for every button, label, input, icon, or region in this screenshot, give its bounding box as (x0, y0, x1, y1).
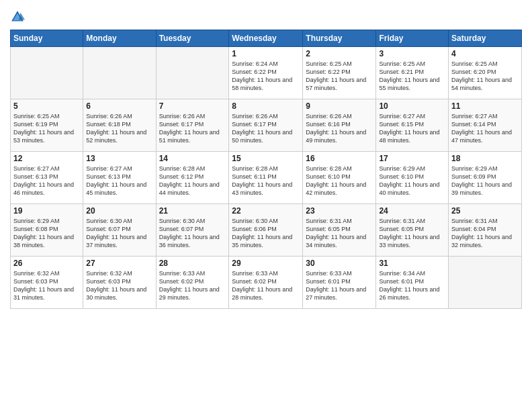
calendar-cell: 28 Sunrise: 6:33 AM Sunset: 6:02 PM Dayl… (156, 257, 229, 309)
calendar-week-row: 26 Sunrise: 6:32 AM Sunset: 6:03 PM Dayl… (11, 257, 522, 309)
day-info: Sunrise: 6:24 AM Sunset: 6:22 PM Dayligh… (232, 60, 300, 93)
day-info: Sunrise: 6:26 AM Sunset: 6:17 PM Dayligh… (232, 112, 300, 145)
calendar-cell: 22 Sunrise: 6:30 AM Sunset: 6:06 PM Dayl… (229, 204, 303, 257)
calendar-cell: 6 Sunrise: 6:26 AM Sunset: 6:18 PM Dayli… (83, 99, 156, 152)
day-number: 6 (86, 101, 152, 111)
day-number: 3 (379, 49, 445, 58)
day-info: Sunrise: 6:27 AM Sunset: 6:15 PM Dayligh… (379, 112, 445, 145)
day-number: 23 (306, 206, 373, 216)
day-number: 24 (379, 206, 445, 216)
day-info: Sunrise: 6:26 AM Sunset: 6:17 PM Dayligh… (159, 112, 226, 145)
calendar-cell (83, 47, 156, 99)
day-number: 13 (86, 154, 152, 163)
header (10, 7, 522, 24)
day-info: Sunrise: 6:28 AM Sunset: 6:12 PM Dayligh… (159, 165, 226, 197)
weekday-header-tuesday: Tuesday (156, 30, 229, 47)
day-info: Sunrise: 6:27 AM Sunset: 6:13 PM Dayligh… (13, 165, 80, 197)
day-number: 11 (451, 101, 519, 111)
calendar-cell: 19 Sunrise: 6:29 AM Sunset: 6:08 PM Dayl… (11, 204, 83, 257)
weekday-header-wednesday: Wednesday (229, 30, 303, 47)
day-info: Sunrise: 6:33 AM Sunset: 6:02 PM Dayligh… (232, 269, 300, 302)
calendar-cell: 10 Sunrise: 6:27 AM Sunset: 6:15 PM Dayl… (376, 99, 449, 152)
day-number: 28 (159, 259, 226, 268)
calendar-week-row: 1 Sunrise: 6:24 AM Sunset: 6:22 PM Dayli… (11, 47, 522, 99)
day-number: 17 (379, 154, 445, 163)
calendar-cell: 23 Sunrise: 6:31 AM Sunset: 6:05 PM Dayl… (303, 204, 376, 257)
calendar-cell: 25 Sunrise: 6:31 AM Sunset: 6:04 PM Dayl… (449, 204, 522, 257)
svg-marker-2 (19, 12, 25, 19)
weekday-header-thursday: Thursday (303, 30, 376, 47)
day-info: Sunrise: 6:31 AM Sunset: 6:04 PM Dayligh… (451, 217, 519, 250)
day-number: 7 (159, 101, 226, 111)
weekday-header-monday: Monday (83, 30, 156, 47)
day-number: 12 (13, 154, 80, 163)
day-number: 15 (232, 154, 300, 163)
day-info: Sunrise: 6:25 AM Sunset: 6:19 PM Dayligh… (13, 112, 80, 145)
calendar-table: SundayMondayTuesdayWednesdayThursdayFrid… (10, 30, 522, 309)
day-info: Sunrise: 6:32 AM Sunset: 6:03 PM Dayligh… (86, 269, 152, 302)
calendar-cell: 27 Sunrise: 6:32 AM Sunset: 6:03 PM Dayl… (83, 257, 156, 309)
logo (10, 9, 28, 24)
day-info: Sunrise: 6:33 AM Sunset: 6:02 PM Dayligh… (159, 269, 226, 302)
day-info: Sunrise: 6:30 AM Sunset: 6:07 PM Dayligh… (159, 217, 226, 250)
calendar-cell: 13 Sunrise: 6:27 AM Sunset: 6:13 PM Dayl… (83, 152, 156, 204)
day-info: Sunrise: 6:25 AM Sunset: 6:20 PM Dayligh… (451, 60, 519, 93)
calendar-cell: 12 Sunrise: 6:27 AM Sunset: 6:13 PM Dayl… (11, 152, 83, 204)
day-info: Sunrise: 6:26 AM Sunset: 6:16 PM Dayligh… (306, 112, 373, 145)
calendar-cell: 26 Sunrise: 6:32 AM Sunset: 6:03 PM Dayl… (11, 257, 83, 309)
day-number: 5 (13, 101, 80, 111)
calendar-week-row: 19 Sunrise: 6:29 AM Sunset: 6:08 PM Dayl… (11, 204, 522, 257)
calendar-cell: 24 Sunrise: 6:31 AM Sunset: 6:05 PM Dayl… (376, 204, 449, 257)
weekday-header-saturday: Saturday (449, 30, 522, 47)
day-info: Sunrise: 6:33 AM Sunset: 6:01 PM Dayligh… (306, 269, 373, 302)
weekday-header-friday: Friday (376, 30, 449, 47)
page: SundayMondayTuesdayWednesdayThursdayFrid… (0, 0, 532, 411)
day-number: 27 (86, 259, 152, 268)
calendar-cell: 17 Sunrise: 6:29 AM Sunset: 6:10 PM Dayl… (376, 152, 449, 204)
weekday-header-row: SundayMondayTuesdayWednesdayThursdayFrid… (11, 30, 522, 47)
day-info: Sunrise: 6:27 AM Sunset: 6:13 PM Dayligh… (86, 165, 152, 197)
day-number: 21 (159, 206, 226, 216)
calendar-week-row: 5 Sunrise: 6:25 AM Sunset: 6:19 PM Dayli… (11, 99, 522, 152)
calendar-cell: 1 Sunrise: 6:24 AM Sunset: 6:22 PM Dayli… (229, 47, 303, 99)
day-info: Sunrise: 6:28 AM Sunset: 6:10 PM Dayligh… (306, 165, 373, 197)
day-info: Sunrise: 6:34 AM Sunset: 6:01 PM Dayligh… (379, 269, 445, 302)
calendar-cell: 18 Sunrise: 6:29 AM Sunset: 6:09 PM Dayl… (449, 152, 522, 204)
calendar-week-row: 12 Sunrise: 6:27 AM Sunset: 6:13 PM Dayl… (11, 152, 522, 204)
day-number: 8 (232, 101, 300, 111)
day-info: Sunrise: 6:26 AM Sunset: 6:18 PM Dayligh… (86, 112, 152, 145)
calendar-cell: 15 Sunrise: 6:28 AM Sunset: 6:11 PM Dayl… (229, 152, 303, 204)
calendar-cell: 14 Sunrise: 6:28 AM Sunset: 6:12 PM Dayl… (156, 152, 229, 204)
day-info: Sunrise: 6:31 AM Sunset: 6:05 PM Dayligh… (306, 217, 373, 250)
day-info: Sunrise: 6:29 AM Sunset: 6:09 PM Dayligh… (451, 165, 519, 197)
day-info: Sunrise: 6:27 AM Sunset: 6:14 PM Dayligh… (451, 112, 519, 145)
calendar-cell: 29 Sunrise: 6:33 AM Sunset: 6:02 PM Dayl… (229, 257, 303, 309)
day-number: 18 (451, 154, 519, 163)
day-number: 26 (13, 259, 80, 268)
day-number: 22 (232, 206, 300, 216)
day-number: 25 (451, 206, 519, 216)
day-number: 2 (306, 49, 373, 58)
day-info: Sunrise: 6:25 AM Sunset: 6:22 PM Dayligh… (306, 60, 373, 93)
day-info: Sunrise: 6:30 AM Sunset: 6:06 PM Dayligh… (232, 217, 300, 250)
day-info: Sunrise: 6:30 AM Sunset: 6:07 PM Dayligh… (86, 217, 152, 250)
calendar-cell: 7 Sunrise: 6:26 AM Sunset: 6:17 PM Dayli… (156, 99, 229, 152)
calendar-cell: 3 Sunrise: 6:25 AM Sunset: 6:21 PM Dayli… (376, 47, 449, 99)
calendar-cell: 5 Sunrise: 6:25 AM Sunset: 6:19 PM Dayli… (11, 99, 83, 152)
day-info: Sunrise: 6:29 AM Sunset: 6:10 PM Dayligh… (379, 165, 445, 197)
day-number: 4 (451, 49, 519, 58)
calendar-cell: 9 Sunrise: 6:26 AM Sunset: 6:16 PM Dayli… (303, 99, 376, 152)
calendar-cell: 2 Sunrise: 6:25 AM Sunset: 6:22 PM Dayli… (303, 47, 376, 99)
calendar-cell: 20 Sunrise: 6:30 AM Sunset: 6:07 PM Dayl… (83, 204, 156, 257)
calendar-cell: 30 Sunrise: 6:33 AM Sunset: 6:01 PM Dayl… (303, 257, 376, 309)
day-info: Sunrise: 6:28 AM Sunset: 6:11 PM Dayligh… (232, 165, 300, 197)
day-number: 29 (232, 259, 300, 268)
weekday-header-sunday: Sunday (11, 30, 83, 47)
logo-icon (10, 9, 25, 24)
calendar-cell (156, 47, 229, 99)
day-number: 30 (306, 259, 373, 268)
day-info: Sunrise: 6:25 AM Sunset: 6:21 PM Dayligh… (379, 60, 445, 93)
day-number: 19 (13, 206, 80, 216)
day-info: Sunrise: 6:31 AM Sunset: 6:05 PM Dayligh… (379, 217, 445, 250)
day-info: Sunrise: 6:29 AM Sunset: 6:08 PM Dayligh… (13, 217, 80, 250)
